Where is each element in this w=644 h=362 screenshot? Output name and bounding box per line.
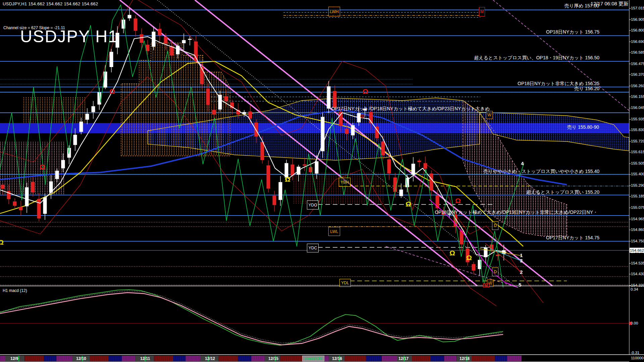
session-segment-purple — [382, 356, 397, 361]
candle-body — [412, 164, 415, 175]
fan-line-number: 1 — [520, 252, 523, 258]
session-segment-red — [154, 356, 173, 361]
annotation-label: OP17日NYカット 154.75 — [546, 235, 599, 241]
session-segment-blue — [109, 356, 122, 361]
level-box-ydl[interactable]: YDL — [339, 279, 351, 287]
candle-body — [176, 46, 180, 54]
session-segment-purple — [56, 356, 72, 361]
candle-body — [1, 185, 5, 189]
signal-marker-red-omega-icon: Ω — [455, 197, 461, 204]
macd-axis-label: 0.00 — [631, 321, 638, 325]
candle-body — [261, 142, 264, 160]
candle-body — [140, 34, 144, 43]
signal-marker-yellow-omega-icon: Ω — [0, 239, 4, 246]
level-box-m[interactable]: M — [483, 284, 489, 287]
annotation-label: 超えるとストップロス買い 155.20 — [526, 189, 599, 195]
chart-title-ohlc: USDJPY,H1 154.662 154.662 154.662 154.66… — [3, 1, 98, 6]
candle-body — [25, 187, 29, 206]
level-box-m[interactable]: M — [479, 7, 485, 16]
price-axis-label: 156.155 — [631, 95, 644, 99]
candle-body — [484, 247, 488, 257]
session-segment-red — [219, 356, 238, 361]
price-axis-label: 157.015 — [631, 6, 644, 10]
level-box-d[interactable]: D — [492, 221, 498, 230]
date-axis-label: 12/16 — [332, 356, 342, 361]
fan-line-number: 3 — [520, 258, 523, 263]
macd-line — [0, 290, 503, 345]
price-axis-label: 154.535 — [631, 261, 644, 265]
bottom-right-value: 110000 — [631, 356, 644, 360]
session-segment-red — [345, 356, 366, 361]
price-axis-label: 155.505 — [631, 161, 644, 165]
annotation-label: OP17日NYカット/OP18日NYカット極めて大きめ/OP23日NYカット大き… — [331, 106, 490, 112]
date-axis-label: 12/17 — [398, 356, 409, 361]
fan-line-number: 5 — [519, 282, 521, 288]
annotation-sell-heavy: 売り厚め 157.00 — [565, 3, 599, 9]
session-segment-blue — [173, 356, 185, 361]
candle-body — [496, 255, 500, 256]
price-chart-canvas[interactable] — [0, 0, 644, 362]
price-axis-label: 156.045 — [631, 106, 644, 110]
level-box-ybh[interactable]: YBH — [339, 178, 351, 187]
session-segment-purple — [251, 356, 265, 361]
level-box-lwh[interactable]: LWH — [328, 7, 340, 16]
candle-body — [430, 174, 433, 191]
candle-body — [399, 190, 403, 196]
fan-line-number: 4 — [521, 161, 524, 166]
session-segment-red — [24, 356, 44, 361]
candle-body — [333, 91, 337, 108]
macd-indicator-label: H1 macd (12) — [3, 288, 27, 293]
date-axis-label: 12/18 — [460, 356, 470, 361]
price-axis-label: 154.320 — [631, 283, 644, 287]
price-axis-label: 156.690 — [631, 40, 644, 44]
signal-marker-red-omega-icon: Ω — [109, 88, 115, 95]
session-segment-blue — [431, 356, 444, 361]
price-axis-label: 155.400 — [631, 172, 644, 176]
session-segment-red — [280, 356, 305, 361]
candle-body — [267, 165, 270, 188]
candle-body — [182, 40, 186, 43]
date-axis-label: 12/15 — [268, 356, 278, 361]
price-axis-label: 155.615 — [631, 150, 644, 154]
candle-body — [418, 161, 421, 162]
session-segment-purple — [444, 356, 457, 361]
signal-marker-red-omega-icon: Ω — [40, 163, 45, 171]
session-segment-blue — [44, 356, 56, 361]
fan-line-number: 2 — [520, 269, 523, 275]
price-axis-label: 156.260 — [631, 84, 644, 88]
candle-body — [86, 114, 89, 120]
price-axis-label: 154.430 — [631, 272, 644, 276]
price-axis-label: 156.475 — [631, 62, 644, 66]
candle-body — [315, 161, 319, 174]
candle-body — [31, 182, 35, 193]
signal-marker-red-omega-icon: Ω — [363, 88, 368, 95]
candle-body — [424, 163, 427, 169]
candle-body — [212, 110, 216, 115]
candle-body — [279, 182, 282, 200]
annotation-label: 超えるとストップロス買い、OP18・19日NYカット 156.50 — [474, 55, 599, 61]
candle-body — [61, 160, 65, 169]
price-axis-label: 154.860 — [631, 228, 644, 232]
candle-body — [13, 201, 17, 206]
price-axis-label: 154.965 — [631, 217, 644, 221]
candle-body — [387, 159, 391, 173]
candle-body — [134, 18, 138, 31]
level-box-w[interactable]: W — [486, 111, 493, 119]
signal-marker-red-circle-icon: ⊙ — [360, 113, 364, 120]
level-box-ydo[interactable]: YDO — [307, 200, 319, 209]
candle-body — [218, 95, 222, 110]
candle-body — [37, 199, 41, 219]
annotation-label: 売り 156.20 — [574, 86, 599, 92]
macd-signal-dotted — [0, 291, 503, 343]
candle-body — [351, 125, 355, 135]
macd-on-toggle[interactable]: macd ON — [302, 356, 324, 361]
session-segment-red — [472, 356, 495, 361]
level-box-lwl[interactable]: LWL — [328, 227, 340, 236]
level-box-ydc[interactable]: YDC — [307, 244, 319, 252]
candle-body — [188, 39, 192, 40]
candle-body — [110, 52, 113, 67]
candle-body — [79, 122, 83, 132]
price-axis-label: 156.370 — [631, 72, 644, 76]
level-box-d[interactable]: D — [492, 267, 498, 276]
macd-axis-label: -0.31 — [631, 351, 639, 355]
